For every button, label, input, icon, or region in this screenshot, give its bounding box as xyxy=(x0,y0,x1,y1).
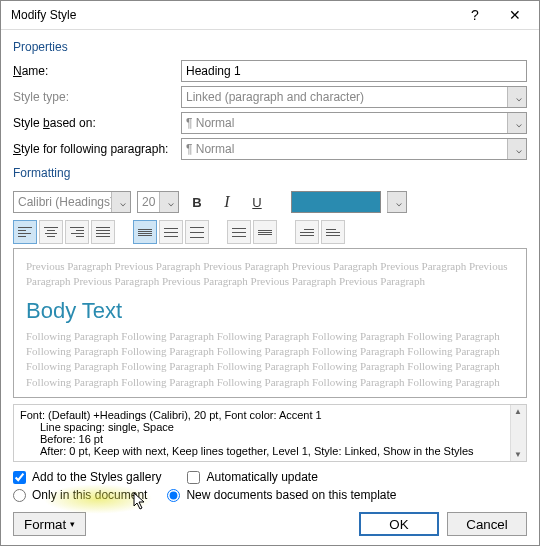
only-this-document-label: Only in this document xyxy=(32,488,147,502)
desc-line-2: Line spacing: single, Space xyxy=(20,421,520,433)
titlebar: Modify Style ? ✕ xyxy=(1,1,539,30)
chevron-down-icon[interactable]: ⌵ xyxy=(120,197,126,208)
close-button[interactable]: ✕ xyxy=(495,1,535,29)
chevron-down-icon: ⌵ xyxy=(516,92,522,103)
following-combo[interactable] xyxy=(181,138,527,160)
help-button[interactable]: ? xyxy=(455,1,495,29)
indent-decrease-button[interactable] xyxy=(295,220,319,244)
desc-line-4: After: 0 pt, Keep with next, Keep lines … xyxy=(20,445,520,457)
underline-button[interactable]: U xyxy=(245,190,269,214)
preview-body-text: Body Text xyxy=(26,296,514,327)
properties-heading: Properties xyxy=(13,40,527,54)
bold-button[interactable]: B xyxy=(185,190,209,214)
based-on-label: Style based on: xyxy=(13,116,181,130)
italic-button[interactable]: I xyxy=(215,190,239,214)
style-type-label: Style type: xyxy=(13,90,181,104)
chevron-down-icon[interactable]: ⌵ xyxy=(516,118,522,129)
indent-increase-button[interactable] xyxy=(321,220,345,244)
spacing-single-button[interactable] xyxy=(133,220,157,244)
ok-button[interactable]: OK xyxy=(359,512,439,536)
new-documents-radio[interactable] xyxy=(167,489,180,502)
spacing-medium-button[interactable] xyxy=(159,220,183,244)
preview-previous-text: Previous Paragraph Previous Paragraph Pr… xyxy=(26,259,514,290)
preview-following-text: Following Paragraph Following Paragraph … xyxy=(26,329,514,391)
font-color-swatch[interactable] xyxy=(291,191,381,213)
align-center-button[interactable] xyxy=(39,220,63,244)
add-to-gallery-label: Add to the Styles gallery xyxy=(32,470,161,484)
following-label: Style for following paragraph: xyxy=(13,142,181,156)
preview-pane: Previous Paragraph Previous Paragraph Pr… xyxy=(13,248,527,398)
chevron-down-icon[interactable]: ⌵ xyxy=(516,144,522,155)
add-to-gallery-checkbox[interactable] xyxy=(13,471,26,484)
window-title: Modify Style xyxy=(11,8,455,22)
align-right-button[interactable] xyxy=(65,220,89,244)
desc-line-1: Font: (Default) +Headings (Calibri), 20 … xyxy=(20,409,520,421)
new-documents-label: New documents based on this template xyxy=(186,488,396,502)
chevron-down-icon[interactable]: ⌵ xyxy=(396,197,402,208)
cancel-button[interactable]: Cancel xyxy=(447,512,527,536)
style-type-combo xyxy=(181,86,527,108)
space-before-inc-button[interactable] xyxy=(227,220,251,244)
spacing-double-button[interactable] xyxy=(185,220,209,244)
name-label: Name: xyxy=(13,64,181,78)
auto-update-label: Automatically update xyxy=(206,470,317,484)
auto-update-checkbox[interactable] xyxy=(187,471,200,484)
description-scrollbar[interactable] xyxy=(510,405,526,461)
space-before-dec-button[interactable] xyxy=(253,220,277,244)
chevron-down-icon[interactable]: ⌵ xyxy=(168,197,174,208)
align-justify-button[interactable] xyxy=(91,220,115,244)
name-input[interactable] xyxy=(181,60,527,82)
only-this-document-radio[interactable] xyxy=(13,489,26,502)
formatting-heading: Formatting xyxy=(13,166,527,180)
desc-line-3: Before: 16 pt xyxy=(20,433,520,445)
modify-style-dialog: Modify Style ? ✕ Properties Name: Style … xyxy=(0,0,540,546)
format-button[interactable]: Format▾ xyxy=(13,512,86,536)
font-family-combo[interactable] xyxy=(13,191,131,213)
style-description: Font: (Default) +Headings (Calibri), 20 … xyxy=(13,404,527,462)
align-left-button[interactable] xyxy=(13,220,37,244)
based-on-combo[interactable] xyxy=(181,112,527,134)
